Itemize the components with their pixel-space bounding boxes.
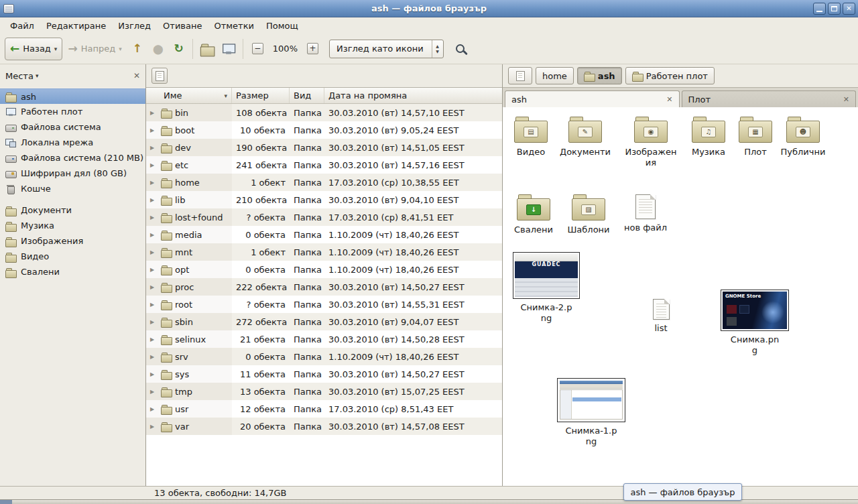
expander-icon[interactable]: ▶ xyxy=(150,197,158,203)
icon-view-item[interactable]: ▨Шаблони xyxy=(559,194,618,235)
menu-item[interactable]: Отметки xyxy=(208,19,259,32)
sidebar-item[interactable]: Видео xyxy=(0,249,145,264)
expander-icon[interactable]: ▶ xyxy=(150,424,158,430)
zoom-in-button[interactable]: + xyxy=(302,38,324,60)
expander-icon[interactable]: ▶ xyxy=(150,180,158,186)
tab[interactable]: ash✕ xyxy=(505,90,680,107)
tab-close-icon[interactable]: ✕ xyxy=(666,95,672,104)
file-row[interactable]: ▶root? обектаПапка30.03.2010 (вт) 14,55,… xyxy=(146,296,502,313)
file-row[interactable]: ▶lost+found? обектаПапка17.03.2010 (ср) … xyxy=(146,208,502,226)
reload-button[interactable]: ↻ xyxy=(169,38,189,60)
view-mode-select[interactable]: Изглед като икони ▲ ▼ xyxy=(329,40,444,58)
column-header[interactable]: Вид xyxy=(290,88,324,103)
file-row[interactable]: ▶proc222 обектаПапка30.03.2010 (вт) 14,5… xyxy=(146,278,502,296)
titlebar[interactable]: ash — файлов браузър ✕ xyxy=(0,0,858,17)
path-button[interactable]: Работен плот xyxy=(625,67,715,84)
column-header[interactable]: Размер xyxy=(232,88,290,103)
sidebar-item[interactable]: Локална мрежа xyxy=(0,135,145,150)
close-button[interactable]: ✕ xyxy=(843,3,855,15)
view-mode-spinner-icon[interactable]: ▲ ▼ xyxy=(432,40,443,58)
file-row[interactable]: ▶usr12 обектаПапка17.03.2010 (ср) 8,51,4… xyxy=(146,400,502,418)
path-button[interactable]: home xyxy=(536,67,574,84)
sidebar-item[interactable]: Свалени xyxy=(0,264,145,279)
taskbar-window-button[interactable]: ash — файлов браузър xyxy=(623,483,742,501)
sidebar-item[interactable]: Шифриран дял (80 GB) xyxy=(0,166,145,181)
icon-view-item[interactable]: ✎Документи xyxy=(556,117,615,158)
stop-button[interactable]: ⬤ xyxy=(147,38,169,60)
sidebar-item[interactable]: Кошче xyxy=(0,181,145,196)
expander-icon[interactable]: ▶ xyxy=(150,371,158,377)
menu-item[interactable]: Файл xyxy=(4,19,40,32)
file-row[interactable]: ▶opt0 обектаПапка1.10.2009 (чт) 18,40,26… xyxy=(146,261,502,278)
places-close-icon[interactable]: ✕ xyxy=(133,71,140,80)
places-title[interactable]: Места xyxy=(5,71,34,81)
file-row[interactable]: ▶dev190 обектаПапка30.03.2010 (вт) 14,51… xyxy=(146,139,502,156)
file-row[interactable]: ▶boot10 обектаПапка30.03.2010 (вт) 9,05,… xyxy=(146,121,502,139)
icon-view-item[interactable]: ▤Видео xyxy=(503,117,560,158)
icon-view-item[interactable]: нов файл xyxy=(616,194,675,233)
path-button[interactable] xyxy=(508,67,532,84)
file-row[interactable]: ▶etc241 обектаПапка30.03.2010 (вт) 14,57… xyxy=(146,156,502,174)
forward-button[interactable]: → Напред ▾ xyxy=(62,38,127,60)
sidebar-item[interactable]: ash xyxy=(0,88,145,104)
file-row[interactable]: ▶mnt1 обектПапка1.10.2009 (чт) 18,40,26 … xyxy=(146,243,502,261)
tab-close-icon[interactable]: ✕ xyxy=(843,95,849,104)
back-button[interactable]: ← Назад ▾ xyxy=(5,38,62,60)
expander-icon[interactable]: ▶ xyxy=(150,406,158,412)
places-dropdown-icon[interactable]: ▾ xyxy=(36,72,39,79)
expander-icon[interactable]: ▶ xyxy=(150,232,158,238)
menu-item[interactable]: Редактиране xyxy=(40,19,112,32)
expander-icon[interactable]: ▶ xyxy=(150,267,158,273)
sidebar-item[interactable]: Изображения xyxy=(0,233,145,249)
sidebar-item[interactable]: Работен плот xyxy=(0,104,145,119)
column-header[interactable]: Име▾ xyxy=(146,88,232,103)
file-row[interactable]: ▶var20 обектаПапка30.03.2010 (вт) 14,57,… xyxy=(146,418,502,435)
file-row[interactable]: ▶lib210 обектаПапка30.03.2010 (вт) 9,04,… xyxy=(146,191,502,208)
file-row[interactable]: ▶media0 обектаПапка1.10.2009 (чт) 18,40,… xyxy=(146,226,502,243)
zoom-out-button[interactable]: − xyxy=(247,38,269,60)
sidebar-item[interactable]: Файлова система (210 MB) xyxy=(0,150,145,166)
icon-view-item[interactable]: GUADECСнимка-2.png xyxy=(511,252,581,323)
expander-icon[interactable]: ▶ xyxy=(150,162,158,168)
maximize-button[interactable] xyxy=(828,3,841,15)
expander-icon[interactable]: ▶ xyxy=(150,389,158,395)
menu-item[interactable]: Изглед xyxy=(112,19,157,32)
sidebar-item[interactable]: Музика xyxy=(0,218,145,233)
menu-item[interactable]: Отиване xyxy=(157,19,208,32)
pane-location-button[interactable] xyxy=(151,68,168,84)
icon-view-item[interactable]: Снимка-1.png xyxy=(556,378,626,446)
up-button[interactable]: ↑ xyxy=(127,38,147,60)
expander-icon[interactable]: ▶ xyxy=(150,319,158,325)
file-row[interactable]: ▶sys11 обектаПапка30.03.2010 (вт) 14,50,… xyxy=(146,365,502,383)
sidebar-item[interactable]: Документи xyxy=(0,202,145,218)
path-button[interactable]: ash xyxy=(577,67,622,84)
home-button[interactable] xyxy=(196,38,218,60)
column-header[interactable]: Дата на промяна xyxy=(324,88,502,103)
computer-button[interactable] xyxy=(218,38,239,60)
expander-icon[interactable]: ▶ xyxy=(150,249,158,255)
expander-icon[interactable]: ▶ xyxy=(150,354,158,360)
icon-view-item[interactable]: GNOME StoreСнимка.png xyxy=(720,290,790,355)
file-row[interactable]: ▶bin108 обектаПапка30.03.2010 (вт) 14,57… xyxy=(146,104,502,121)
file-row[interactable]: ▶srv0 обектаПапка1.10.2009 (чт) 18,40,26… xyxy=(146,348,502,365)
expander-icon[interactable]: ▶ xyxy=(150,110,158,116)
file-row[interactable]: ▶home1 обектПапка17.03.2010 (ср) 10,38,5… xyxy=(146,174,502,191)
expander-icon[interactable]: ▶ xyxy=(150,284,158,290)
icon-view-item[interactable]: ☻Публични xyxy=(774,117,833,158)
back-dropdown-icon[interactable]: ▾ xyxy=(54,46,58,52)
icon-view-item[interactable]: ◉Изображения xyxy=(621,117,680,168)
icon-view-item[interactable]: list xyxy=(631,299,690,334)
expander-icon[interactable]: ▶ xyxy=(150,336,158,342)
expander-icon[interactable]: ▶ xyxy=(150,145,158,151)
menu-item[interactable]: Помощ xyxy=(260,19,304,32)
icon-view-item[interactable]: ↓Свалени xyxy=(504,194,563,235)
minimize-button[interactable] xyxy=(813,3,826,15)
sidebar-item[interactable]: Файлова система xyxy=(0,119,145,135)
tab[interactable]: Плот✕ xyxy=(682,90,857,107)
expander-icon[interactable]: ▶ xyxy=(150,214,158,220)
expander-icon[interactable]: ▶ xyxy=(150,127,158,133)
file-row[interactable]: ▶selinux21 обектаПапка30.03.2010 (вт) 14… xyxy=(146,330,502,348)
expander-icon[interactable]: ▶ xyxy=(150,302,158,308)
panel-applet-icon[interactable] xyxy=(0,500,12,504)
file-row[interactable]: ▶sbin272 обектаПапка30.03.2010 (вт) 9,04… xyxy=(146,313,502,330)
